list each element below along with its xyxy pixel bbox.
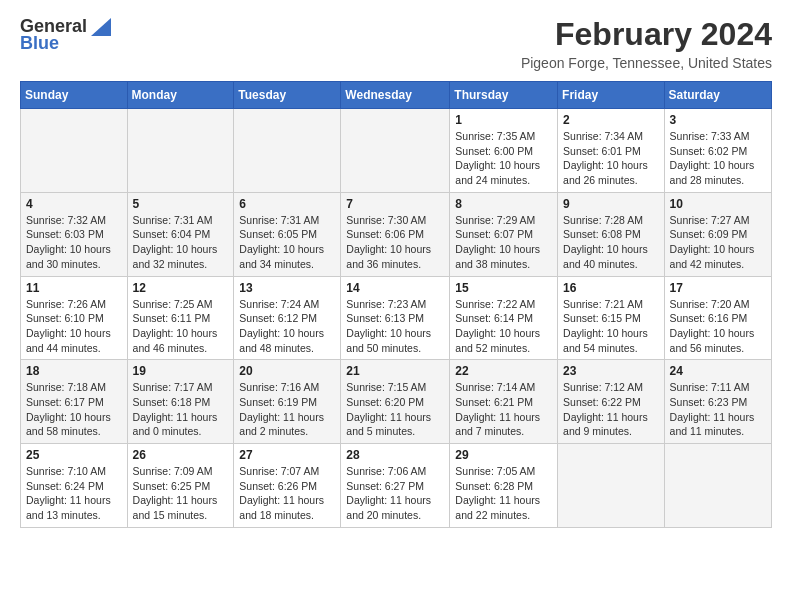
calendar-cell: 15Sunrise: 7:22 AM Sunset: 6:14 PM Dayli… (450, 276, 558, 360)
header-sunday: Sunday (21, 82, 128, 109)
day-info: Sunrise: 7:16 AM Sunset: 6:19 PM Dayligh… (239, 380, 335, 439)
day-info: Sunrise: 7:05 AM Sunset: 6:28 PM Dayligh… (455, 464, 552, 523)
day-info: Sunrise: 7:09 AM Sunset: 6:25 PM Dayligh… (133, 464, 229, 523)
calendar-cell: 24Sunrise: 7:11 AM Sunset: 6:23 PM Dayli… (664, 360, 771, 444)
logo: General Blue (20, 16, 111, 54)
day-info: Sunrise: 7:30 AM Sunset: 6:06 PM Dayligh… (346, 213, 444, 272)
day-number: 27 (239, 448, 335, 462)
calendar-body: 1Sunrise: 7:35 AM Sunset: 6:00 PM Daylig… (21, 109, 772, 528)
calendar-cell: 3Sunrise: 7:33 AM Sunset: 6:02 PM Daylig… (664, 109, 771, 193)
calendar-cell: 23Sunrise: 7:12 AM Sunset: 6:22 PM Dayli… (558, 360, 665, 444)
day-info: Sunrise: 7:31 AM Sunset: 6:04 PM Dayligh… (133, 213, 229, 272)
day-number: 23 (563, 364, 659, 378)
calendar-cell (558, 444, 665, 528)
header-wednesday: Wednesday (341, 82, 450, 109)
day-number: 8 (455, 197, 552, 211)
day-info: Sunrise: 7:27 AM Sunset: 6:09 PM Dayligh… (670, 213, 766, 272)
calendar-cell (664, 444, 771, 528)
day-info: Sunrise: 7:07 AM Sunset: 6:26 PM Dayligh… (239, 464, 335, 523)
day-info: Sunrise: 7:14 AM Sunset: 6:21 PM Dayligh… (455, 380, 552, 439)
day-info: Sunrise: 7:29 AM Sunset: 6:07 PM Dayligh… (455, 213, 552, 272)
header-monday: Monday (127, 82, 234, 109)
week-row-0: 1Sunrise: 7:35 AM Sunset: 6:00 PM Daylig… (21, 109, 772, 193)
day-number: 20 (239, 364, 335, 378)
header-row: SundayMondayTuesdayWednesdayThursdayFrid… (21, 82, 772, 109)
day-info: Sunrise: 7:22 AM Sunset: 6:14 PM Dayligh… (455, 297, 552, 356)
day-number: 6 (239, 197, 335, 211)
day-info: Sunrise: 7:34 AM Sunset: 6:01 PM Dayligh… (563, 129, 659, 188)
month-year: February 2024 (521, 16, 772, 53)
day-info: Sunrise: 7:35 AM Sunset: 6:00 PM Dayligh… (455, 129, 552, 188)
calendar-cell: 9Sunrise: 7:28 AM Sunset: 6:08 PM Daylig… (558, 192, 665, 276)
day-number: 16 (563, 281, 659, 295)
day-info: Sunrise: 7:20 AM Sunset: 6:16 PM Dayligh… (670, 297, 766, 356)
calendar-cell: 5Sunrise: 7:31 AM Sunset: 6:04 PM Daylig… (127, 192, 234, 276)
day-info: Sunrise: 7:28 AM Sunset: 6:08 PM Dayligh… (563, 213, 659, 272)
day-number: 3 (670, 113, 766, 127)
day-number: 5 (133, 197, 229, 211)
calendar-cell: 8Sunrise: 7:29 AM Sunset: 6:07 PM Daylig… (450, 192, 558, 276)
calendar-cell: 10Sunrise: 7:27 AM Sunset: 6:09 PM Dayli… (664, 192, 771, 276)
week-row-4: 25Sunrise: 7:10 AM Sunset: 6:24 PM Dayli… (21, 444, 772, 528)
header-tuesday: Tuesday (234, 82, 341, 109)
day-number: 26 (133, 448, 229, 462)
logo-icon (91, 18, 111, 36)
calendar-cell: 6Sunrise: 7:31 AM Sunset: 6:05 PM Daylig… (234, 192, 341, 276)
day-number: 28 (346, 448, 444, 462)
day-number: 12 (133, 281, 229, 295)
day-number: 7 (346, 197, 444, 211)
calendar-cell: 26Sunrise: 7:09 AM Sunset: 6:25 PM Dayli… (127, 444, 234, 528)
day-info: Sunrise: 7:32 AM Sunset: 6:03 PM Dayligh… (26, 213, 122, 272)
day-info: Sunrise: 7:18 AM Sunset: 6:17 PM Dayligh… (26, 380, 122, 439)
day-info: Sunrise: 7:17 AM Sunset: 6:18 PM Dayligh… (133, 380, 229, 439)
calendar-cell: 17Sunrise: 7:20 AM Sunset: 6:16 PM Dayli… (664, 276, 771, 360)
page-header: General Blue February 2024 Pigeon Forge,… (20, 16, 772, 71)
location: Pigeon Forge, Tennessee, United States (521, 55, 772, 71)
calendar-cell: 28Sunrise: 7:06 AM Sunset: 6:27 PM Dayli… (341, 444, 450, 528)
day-number: 1 (455, 113, 552, 127)
calendar-cell: 13Sunrise: 7:24 AM Sunset: 6:12 PM Dayli… (234, 276, 341, 360)
week-row-2: 11Sunrise: 7:26 AM Sunset: 6:10 PM Dayli… (21, 276, 772, 360)
calendar-cell: 7Sunrise: 7:30 AM Sunset: 6:06 PM Daylig… (341, 192, 450, 276)
day-number: 14 (346, 281, 444, 295)
day-number: 9 (563, 197, 659, 211)
calendar-cell: 11Sunrise: 7:26 AM Sunset: 6:10 PM Dayli… (21, 276, 128, 360)
calendar-title: February 2024 Pigeon Forge, Tennessee, U… (521, 16, 772, 71)
calendar-cell: 20Sunrise: 7:16 AM Sunset: 6:19 PM Dayli… (234, 360, 341, 444)
day-info: Sunrise: 7:15 AM Sunset: 6:20 PM Dayligh… (346, 380, 444, 439)
day-info: Sunrise: 7:24 AM Sunset: 6:12 PM Dayligh… (239, 297, 335, 356)
day-number: 2 (563, 113, 659, 127)
day-number: 18 (26, 364, 122, 378)
calendar-cell (341, 109, 450, 193)
calendar-cell: 14Sunrise: 7:23 AM Sunset: 6:13 PM Dayli… (341, 276, 450, 360)
header-saturday: Saturday (664, 82, 771, 109)
day-info: Sunrise: 7:06 AM Sunset: 6:27 PM Dayligh… (346, 464, 444, 523)
day-info: Sunrise: 7:21 AM Sunset: 6:15 PM Dayligh… (563, 297, 659, 356)
header-thursday: Thursday (450, 82, 558, 109)
calendar-cell: 18Sunrise: 7:18 AM Sunset: 6:17 PM Dayli… (21, 360, 128, 444)
calendar-header: SundayMondayTuesdayWednesdayThursdayFrid… (21, 82, 772, 109)
day-number: 17 (670, 281, 766, 295)
day-info: Sunrise: 7:12 AM Sunset: 6:22 PM Dayligh… (563, 380, 659, 439)
calendar-cell: 29Sunrise: 7:05 AM Sunset: 6:28 PM Dayli… (450, 444, 558, 528)
calendar-cell (234, 109, 341, 193)
day-info: Sunrise: 7:33 AM Sunset: 6:02 PM Dayligh… (670, 129, 766, 188)
day-number: 21 (346, 364, 444, 378)
day-number: 4 (26, 197, 122, 211)
calendar-cell: 1Sunrise: 7:35 AM Sunset: 6:00 PM Daylig… (450, 109, 558, 193)
calendar-cell: 27Sunrise: 7:07 AM Sunset: 6:26 PM Dayli… (234, 444, 341, 528)
day-number: 25 (26, 448, 122, 462)
calendar-cell (21, 109, 128, 193)
calendar-cell: 22Sunrise: 7:14 AM Sunset: 6:21 PM Dayli… (450, 360, 558, 444)
calendar-cell: 16Sunrise: 7:21 AM Sunset: 6:15 PM Dayli… (558, 276, 665, 360)
calendar-cell: 25Sunrise: 7:10 AM Sunset: 6:24 PM Dayli… (21, 444, 128, 528)
day-info: Sunrise: 7:23 AM Sunset: 6:13 PM Dayligh… (346, 297, 444, 356)
calendar-cell: 19Sunrise: 7:17 AM Sunset: 6:18 PM Dayli… (127, 360, 234, 444)
day-number: 19 (133, 364, 229, 378)
day-number: 13 (239, 281, 335, 295)
calendar-cell: 12Sunrise: 7:25 AM Sunset: 6:11 PM Dayli… (127, 276, 234, 360)
day-info: Sunrise: 7:11 AM Sunset: 6:23 PM Dayligh… (670, 380, 766, 439)
day-number: 10 (670, 197, 766, 211)
week-row-1: 4Sunrise: 7:32 AM Sunset: 6:03 PM Daylig… (21, 192, 772, 276)
day-info: Sunrise: 7:25 AM Sunset: 6:11 PM Dayligh… (133, 297, 229, 356)
